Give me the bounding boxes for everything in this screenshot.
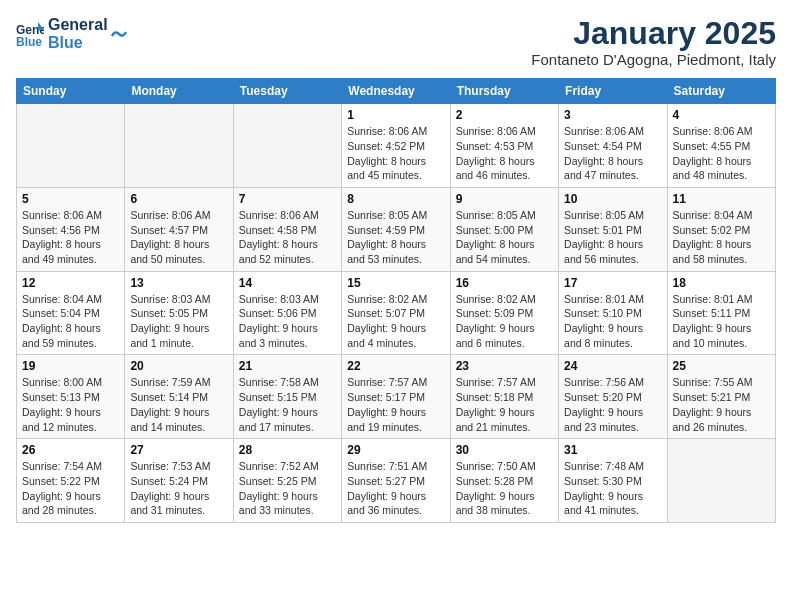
day-number: 9: [456, 192, 553, 206]
calendar-cell: 30Sunrise: 7:50 AM Sunset: 5:28 PM Dayli…: [450, 439, 558, 523]
calendar-cell: 17Sunrise: 8:01 AM Sunset: 5:10 PM Dayli…: [559, 271, 667, 355]
day-info: Sunrise: 8:02 AM Sunset: 5:09 PM Dayligh…: [456, 292, 553, 351]
calendar-title: January 2025: [531, 16, 776, 51]
calendar-cell: 23Sunrise: 7:57 AM Sunset: 5:18 PM Dayli…: [450, 355, 558, 439]
logo-text-line2: Blue: [48, 34, 108, 52]
day-number: 23: [456, 359, 553, 373]
calendar-cell: 12Sunrise: 8:04 AM Sunset: 5:04 PM Dayli…: [17, 271, 125, 355]
weekday-header-monday: Monday: [125, 79, 233, 104]
day-number: 16: [456, 276, 553, 290]
day-number: 31: [564, 443, 661, 457]
day-number: 5: [22, 192, 119, 206]
weekday-header-saturday: Saturday: [667, 79, 775, 104]
day-number: 17: [564, 276, 661, 290]
day-number: 27: [130, 443, 227, 457]
day-info: Sunrise: 8:06 AM Sunset: 4:53 PM Dayligh…: [456, 124, 553, 183]
day-info: Sunrise: 7:50 AM Sunset: 5:28 PM Dayligh…: [456, 459, 553, 518]
calendar-table: SundayMondayTuesdayWednesdayThursdayFrid…: [16, 78, 776, 523]
day-number: 26: [22, 443, 119, 457]
day-number: 19: [22, 359, 119, 373]
calendar-cell: 15Sunrise: 8:02 AM Sunset: 5:07 PM Dayli…: [342, 271, 450, 355]
day-info: Sunrise: 8:05 AM Sunset: 5:00 PM Dayligh…: [456, 208, 553, 267]
day-number: 22: [347, 359, 444, 373]
logo-icon: General Blue: [16, 20, 44, 48]
calendar-cell: 28Sunrise: 7:52 AM Sunset: 5:25 PM Dayli…: [233, 439, 341, 523]
day-info: Sunrise: 8:06 AM Sunset: 4:55 PM Dayligh…: [673, 124, 770, 183]
day-info: Sunrise: 7:54 AM Sunset: 5:22 PM Dayligh…: [22, 459, 119, 518]
title-area: January 2025 Fontaneto D'Agogna, Piedmon…: [531, 16, 776, 68]
day-info: Sunrise: 8:06 AM Sunset: 4:52 PM Dayligh…: [347, 124, 444, 183]
day-info: Sunrise: 8:06 AM Sunset: 4:56 PM Dayligh…: [22, 208, 119, 267]
logo-text-line1: General: [48, 16, 108, 34]
day-info: Sunrise: 7:52 AM Sunset: 5:25 PM Dayligh…: [239, 459, 336, 518]
calendar-cell: 24Sunrise: 7:56 AM Sunset: 5:20 PM Dayli…: [559, 355, 667, 439]
calendar-cell: 27Sunrise: 7:53 AM Sunset: 5:24 PM Dayli…: [125, 439, 233, 523]
day-number: 20: [130, 359, 227, 373]
page-header: General Blue General Blue January 2025 F…: [16, 16, 776, 68]
calendar-cell: 13Sunrise: 8:03 AM Sunset: 5:05 PM Dayli…: [125, 271, 233, 355]
calendar-cell: 5Sunrise: 8:06 AM Sunset: 4:56 PM Daylig…: [17, 187, 125, 271]
day-info: Sunrise: 7:57 AM Sunset: 5:17 PM Dayligh…: [347, 375, 444, 434]
day-info: Sunrise: 7:51 AM Sunset: 5:27 PM Dayligh…: [347, 459, 444, 518]
logo-wave-icon: [110, 22, 128, 42]
week-row-1: 1Sunrise: 8:06 AM Sunset: 4:52 PM Daylig…: [17, 104, 776, 188]
day-info: Sunrise: 8:01 AM Sunset: 5:10 PM Dayligh…: [564, 292, 661, 351]
calendar-cell: 19Sunrise: 8:00 AM Sunset: 5:13 PM Dayli…: [17, 355, 125, 439]
day-number: 4: [673, 108, 770, 122]
calendar-cell: 11Sunrise: 8:04 AM Sunset: 5:02 PM Dayli…: [667, 187, 775, 271]
day-number: 29: [347, 443, 444, 457]
day-info: Sunrise: 7:53 AM Sunset: 5:24 PM Dayligh…: [130, 459, 227, 518]
calendar-cell: 10Sunrise: 8:05 AM Sunset: 5:01 PM Dayli…: [559, 187, 667, 271]
day-info: Sunrise: 8:06 AM Sunset: 4:57 PM Dayligh…: [130, 208, 227, 267]
day-number: 8: [347, 192, 444, 206]
weekday-header-thursday: Thursday: [450, 79, 558, 104]
day-info: Sunrise: 8:03 AM Sunset: 5:05 PM Dayligh…: [130, 292, 227, 351]
day-number: 28: [239, 443, 336, 457]
day-info: Sunrise: 8:05 AM Sunset: 5:01 PM Dayligh…: [564, 208, 661, 267]
day-info: Sunrise: 7:58 AM Sunset: 5:15 PM Dayligh…: [239, 375, 336, 434]
weekday-header-sunday: Sunday: [17, 79, 125, 104]
calendar-subtitle: Fontaneto D'Agogna, Piedmont, Italy: [531, 51, 776, 68]
day-number: 2: [456, 108, 553, 122]
calendar-cell: 18Sunrise: 8:01 AM Sunset: 5:11 PM Dayli…: [667, 271, 775, 355]
day-number: 14: [239, 276, 336, 290]
calendar-cell: 16Sunrise: 8:02 AM Sunset: 5:09 PM Dayli…: [450, 271, 558, 355]
day-number: 13: [130, 276, 227, 290]
weekday-header-tuesday: Tuesday: [233, 79, 341, 104]
day-number: 11: [673, 192, 770, 206]
day-number: 18: [673, 276, 770, 290]
day-info: Sunrise: 8:04 AM Sunset: 5:02 PM Dayligh…: [673, 208, 770, 267]
calendar-cell: 22Sunrise: 7:57 AM Sunset: 5:17 PM Dayli…: [342, 355, 450, 439]
week-row-4: 19Sunrise: 8:00 AM Sunset: 5:13 PM Dayli…: [17, 355, 776, 439]
svg-text:Blue: Blue: [16, 35, 42, 48]
day-info: Sunrise: 7:57 AM Sunset: 5:18 PM Dayligh…: [456, 375, 553, 434]
calendar-cell: 2Sunrise: 8:06 AM Sunset: 4:53 PM Daylig…: [450, 104, 558, 188]
calendar-cell: 3Sunrise: 8:06 AM Sunset: 4:54 PM Daylig…: [559, 104, 667, 188]
calendar-cell: 14Sunrise: 8:03 AM Sunset: 5:06 PM Dayli…: [233, 271, 341, 355]
day-info: Sunrise: 7:56 AM Sunset: 5:20 PM Dayligh…: [564, 375, 661, 434]
day-info: Sunrise: 8:06 AM Sunset: 4:54 PM Dayligh…: [564, 124, 661, 183]
calendar-cell: 21Sunrise: 7:58 AM Sunset: 5:15 PM Dayli…: [233, 355, 341, 439]
calendar-cell: 29Sunrise: 7:51 AM Sunset: 5:27 PM Dayli…: [342, 439, 450, 523]
weekday-header-friday: Friday: [559, 79, 667, 104]
day-info: Sunrise: 7:48 AM Sunset: 5:30 PM Dayligh…: [564, 459, 661, 518]
day-number: 30: [456, 443, 553, 457]
calendar-cell: 20Sunrise: 7:59 AM Sunset: 5:14 PM Dayli…: [125, 355, 233, 439]
calendar-cell: [667, 439, 775, 523]
day-info: Sunrise: 8:05 AM Sunset: 4:59 PM Dayligh…: [347, 208, 444, 267]
day-number: 1: [347, 108, 444, 122]
day-number: 6: [130, 192, 227, 206]
calendar-cell: 31Sunrise: 7:48 AM Sunset: 5:30 PM Dayli…: [559, 439, 667, 523]
calendar-cell: [233, 104, 341, 188]
calendar-cell: [125, 104, 233, 188]
day-info: Sunrise: 8:02 AM Sunset: 5:07 PM Dayligh…: [347, 292, 444, 351]
week-row-5: 26Sunrise: 7:54 AM Sunset: 5:22 PM Dayli…: [17, 439, 776, 523]
day-info: Sunrise: 8:06 AM Sunset: 4:58 PM Dayligh…: [239, 208, 336, 267]
calendar-cell: 6Sunrise: 8:06 AM Sunset: 4:57 PM Daylig…: [125, 187, 233, 271]
day-number: 25: [673, 359, 770, 373]
day-info: Sunrise: 7:55 AM Sunset: 5:21 PM Dayligh…: [673, 375, 770, 434]
logo: General Blue General Blue: [16, 16, 128, 53]
calendar-cell: 25Sunrise: 7:55 AM Sunset: 5:21 PM Dayli…: [667, 355, 775, 439]
weekday-header-wednesday: Wednesday: [342, 79, 450, 104]
calendar-cell: 1Sunrise: 8:06 AM Sunset: 4:52 PM Daylig…: [342, 104, 450, 188]
